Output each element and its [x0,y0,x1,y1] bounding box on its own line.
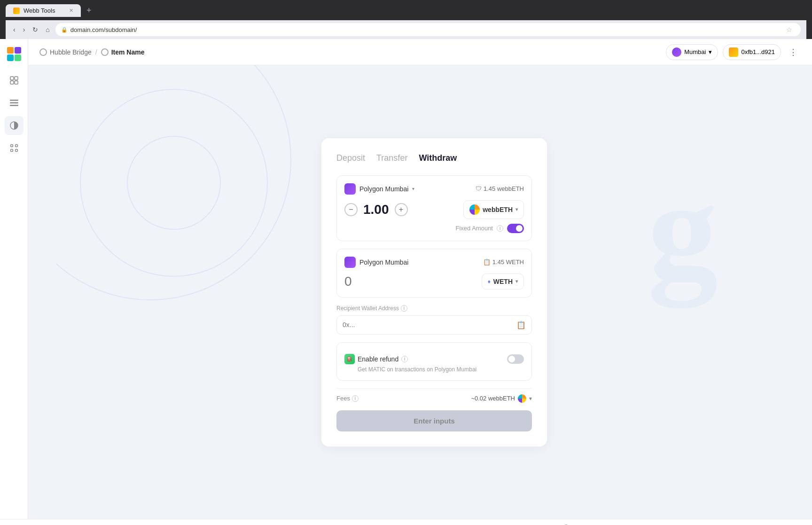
wallet-button[interactable]: 0xfb1...d921 [723,44,781,60]
app-wrapper: Hubble Bridge / Item Name Mumbai ▾ 0xfb1… [0,39,812,519]
decrease-amount-button[interactable]: − [344,203,358,216]
sidebar-item-list[interactable] [5,94,23,112]
destination-network-selector[interactable]: Polygon Mumbai [344,257,408,268]
network-chevron-icon: ▾ [709,48,712,55]
destination-network-icon [344,257,356,268]
destination-header: Polygon Mumbai 📋 1.45 WETH [344,257,524,268]
source-token-selector[interactable]: webbETH ▾ [463,200,524,219]
svg-rect-10 [10,105,18,106]
increase-amount-button[interactable]: + [395,203,408,216]
source-network-selector[interactable]: Polygon Mumbai ▾ [344,183,414,195]
fixed-amount-info-icon[interactable]: i [497,225,503,232]
recipient-address-input[interactable] [343,321,513,329]
svg-rect-7 [15,81,18,84]
eth-diamond-icon: ♦ [488,278,491,285]
tab-navigation: Deposit Transfer Withdraw [336,153,532,164]
sidebar-item-circle[interactable] [5,116,23,135]
breadcrumb-current-label: Item Name [111,48,145,56]
source-token-chevron-icon: ▾ [515,207,518,212]
source-balance-value: 1.45 webbETH [484,185,524,192]
destination-amount-input[interactable] [344,274,391,289]
fees-token-icon [518,394,526,403]
destination-amount-row: ♦ WETH ▾ [344,274,524,290]
url-text: domain.com/subdomain/ [70,26,137,33]
refund-description: Get MATIC on transactions on Polygon Mum… [358,366,524,373]
tab-close-button[interactable]: ✕ [69,8,73,14]
svg-point-14 [10,149,13,152]
svg-point-13 [15,145,17,147]
tab-deposit[interactable]: Deposit [336,153,365,164]
breadcrumb-separator: / [95,48,97,56]
breadcrumb-home-label: Hubble Bridge [50,48,92,56]
refund-content: ⛽ Enable refund i Get MATIC on transacti… [344,354,524,373]
fees-row: Fees i ~0.02 webbETH ▾ [336,388,532,408]
svg-rect-6 [10,81,14,84]
top-bar: Hubble Bridge / Item Name Mumbai ▾ 0xfb1… [28,39,812,65]
svg-rect-1 [15,47,21,54]
svg-rect-5 [15,77,18,80]
recipient-label: Recipient Wallet Address i [336,305,532,312]
submit-button[interactable]: Enter inputs [336,410,532,431]
destination-section: Polygon Mumbai 📋 1.45 WETH ♦ WETH ▾ [336,249,532,298]
reload-button[interactable]: ↻ [31,25,40,34]
sidebar-item-apps[interactable] [5,139,23,157]
more-options-button[interactable]: ⋮ [786,45,801,60]
network-label: Mumbai [684,48,706,55]
tab-transfer[interactable]: Transfer [376,153,407,164]
clipboard-icon[interactable]: 📋 [516,321,526,329]
source-network-label: Polygon Mumbai [359,185,408,193]
wallet-address-label: 0xfb1...d921 [741,48,775,55]
source-amount-row: − 1.00 + webbETH ▾ [344,200,524,219]
svg-rect-2 [7,55,14,61]
recipient-section: Recipient Wallet Address i 📋 [336,305,532,335]
fees-info-icon[interactable]: i [352,395,359,402]
refund-gas-icon: ⛽ [344,354,355,364]
source-token-label: webbETH [483,206,513,213]
refund-info-icon[interactable]: i [401,356,408,362]
bg-circle-small [127,136,221,230]
fixed-amount-toggle[interactable] [507,224,524,233]
browser-chrome: Webb Tools ✕ + ‹ › ↻ ⌂ 🔒 domain.com/subd… [0,0,812,39]
destination-token-label: WETH [493,278,513,285]
recipient-info-icon[interactable]: i [401,305,407,312]
source-section: Polygon Mumbai ▾ 🛡 1.45 webbETH − 1.00 + [336,175,532,241]
bg-circle-large [56,65,291,300]
sidebar-item-grid[interactable] [5,71,23,90]
source-network-icon [344,183,356,195]
fees-label: Fees i [336,395,359,402]
network-selector-button[interactable]: Mumbai ▾ [666,44,718,60]
tab-favicon [13,8,20,14]
home-button[interactable]: ⌂ [44,25,51,34]
tab-title: Webb Tools [23,7,55,14]
bg-watermark: g [648,159,718,300]
svg-rect-3 [15,55,21,61]
bg-circle-medium [80,89,268,277]
address-input-row: 📋 [336,315,532,335]
address-bar[interactable]: 🔒 domain.com/subdomain/ ☆ [55,23,801,36]
destination-token-selector[interactable]: ♦ WETH ▾ [482,274,524,290]
forward-button[interactable]: › [21,25,27,34]
svg-rect-0 [7,47,14,54]
active-tab[interactable]: Webb Tools ✕ [6,4,81,17]
lock-icon: 🔒 [61,27,68,33]
top-bar-right: Mumbai ▾ 0xfb1...d921 ⋮ [666,44,801,60]
footer: © 2023 Webb Technologies, Inc. All right… [0,519,812,525]
breadcrumb: Hubble Bridge / Item Name [39,48,144,56]
browser-tabs: Webb Tools ✕ + [6,4,806,17]
refund-section: ⛽ Enable refund i Get MATIC on transacti… [336,342,532,381]
back-button[interactable]: ‹ [11,25,17,34]
source-header: Polygon Mumbai ▾ 🛡 1.45 webbETH [344,183,524,195]
bookmark-icon[interactable]: ☆ [783,25,795,34]
breadcrumb-home-item[interactable]: Hubble Bridge [39,48,92,56]
hubble-bridge-icon [39,48,47,56]
refund-toggle[interactable] [507,354,524,364]
refund-label: ⛽ Enable refund i [344,354,408,364]
app-logo[interactable] [7,47,22,62]
tab-withdraw[interactable]: Withdraw [419,153,457,164]
destination-balance-value: 1.45 WETH [492,259,524,266]
refund-header: ⛽ Enable refund i [344,354,524,364]
fees-dropdown-icon[interactable]: ▾ [529,395,532,402]
source-balance: 🛡 1.45 webbETH [476,185,524,192]
item-name-icon [101,48,109,56]
new-tab-button[interactable]: + [83,4,95,17]
